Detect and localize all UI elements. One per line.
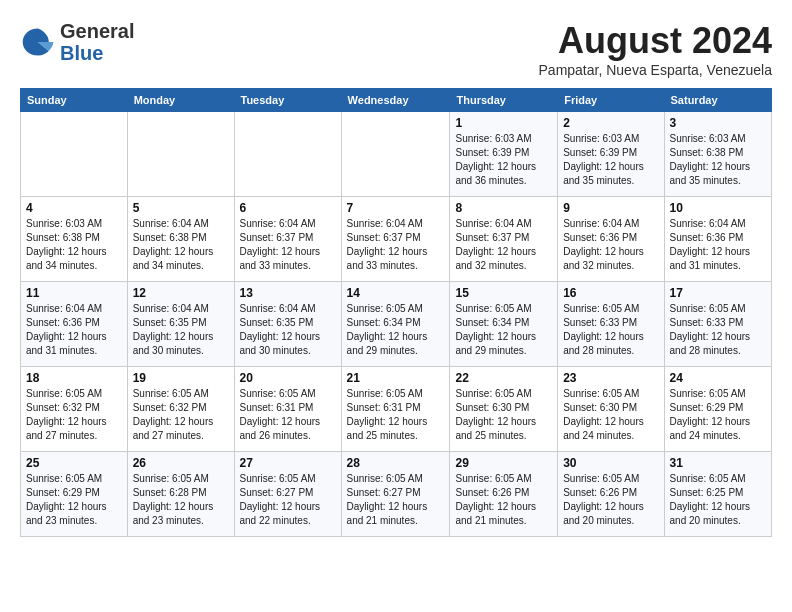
day-number: 7 [347,201,445,215]
day-info: Sunrise: 6:05 AM Sunset: 6:34 PM Dayligh… [455,302,552,358]
day-info: Sunrise: 6:05 AM Sunset: 6:27 PM Dayligh… [240,472,336,528]
calendar-cell: 16Sunrise: 6:05 AM Sunset: 6:33 PM Dayli… [558,282,664,367]
calendar-cell: 30Sunrise: 6:05 AM Sunset: 6:26 PM Dayli… [558,452,664,537]
calendar-week-row: 11Sunrise: 6:04 AM Sunset: 6:36 PM Dayli… [21,282,772,367]
month-title: August 2024 [539,20,772,62]
calendar-cell [234,112,341,197]
day-info: Sunrise: 6:05 AM Sunset: 6:33 PM Dayligh… [563,302,658,358]
weekday-header: Sunday [21,89,128,112]
day-number: 30 [563,456,658,470]
calendar-cell: 2Sunrise: 6:03 AM Sunset: 6:39 PM Daylig… [558,112,664,197]
day-info: Sunrise: 6:04 AM Sunset: 6:36 PM Dayligh… [670,217,766,273]
logo-general: General [60,20,134,42]
day-number: 22 [455,371,552,385]
day-number: 31 [670,456,766,470]
calendar-cell: 13Sunrise: 6:04 AM Sunset: 6:35 PM Dayli… [234,282,341,367]
calendar-cell: 4Sunrise: 6:03 AM Sunset: 6:38 PM Daylig… [21,197,128,282]
day-number: 21 [347,371,445,385]
calendar-cell [127,112,234,197]
calendar-cell: 18Sunrise: 6:05 AM Sunset: 6:32 PM Dayli… [21,367,128,452]
calendar-cell: 24Sunrise: 6:05 AM Sunset: 6:29 PM Dayli… [664,367,771,452]
day-number: 27 [240,456,336,470]
calendar-cell: 22Sunrise: 6:05 AM Sunset: 6:30 PM Dayli… [450,367,558,452]
calendar-cell: 20Sunrise: 6:05 AM Sunset: 6:31 PM Dayli… [234,367,341,452]
day-info: Sunrise: 6:04 AM Sunset: 6:37 PM Dayligh… [455,217,552,273]
day-number: 29 [455,456,552,470]
logo-blue: Blue [60,42,134,64]
day-info: Sunrise: 6:05 AM Sunset: 6:33 PM Dayligh… [670,302,766,358]
weekday-header: Wednesday [341,89,450,112]
day-number: 4 [26,201,122,215]
title-block: August 2024 Pampatar, Nueva Esparta, Ven… [539,20,772,78]
day-info: Sunrise: 6:04 AM Sunset: 6:36 PM Dayligh… [563,217,658,273]
day-info: Sunrise: 6:03 AM Sunset: 6:39 PM Dayligh… [563,132,658,188]
calendar-cell: 19Sunrise: 6:05 AM Sunset: 6:32 PM Dayli… [127,367,234,452]
day-number: 13 [240,286,336,300]
day-info: Sunrise: 6:04 AM Sunset: 6:38 PM Dayligh… [133,217,229,273]
calendar-cell: 11Sunrise: 6:04 AM Sunset: 6:36 PM Dayli… [21,282,128,367]
logo-icon [20,24,56,60]
day-info: Sunrise: 6:05 AM Sunset: 6:26 PM Dayligh… [455,472,552,528]
day-number: 17 [670,286,766,300]
day-number: 14 [347,286,445,300]
calendar-cell: 23Sunrise: 6:05 AM Sunset: 6:30 PM Dayli… [558,367,664,452]
calendar-cell: 28Sunrise: 6:05 AM Sunset: 6:27 PM Dayli… [341,452,450,537]
calendar-cell: 7Sunrise: 6:04 AM Sunset: 6:37 PM Daylig… [341,197,450,282]
calendar-cell: 5Sunrise: 6:04 AM Sunset: 6:38 PM Daylig… [127,197,234,282]
day-info: Sunrise: 6:05 AM Sunset: 6:30 PM Dayligh… [455,387,552,443]
day-info: Sunrise: 6:05 AM Sunset: 6:25 PM Dayligh… [670,472,766,528]
calendar-cell [341,112,450,197]
day-info: Sunrise: 6:03 AM Sunset: 6:38 PM Dayligh… [670,132,766,188]
calendar-cell: 17Sunrise: 6:05 AM Sunset: 6:33 PM Dayli… [664,282,771,367]
day-number: 20 [240,371,336,385]
calendar-week-row: 25Sunrise: 6:05 AM Sunset: 6:29 PM Dayli… [21,452,772,537]
weekday-header: Tuesday [234,89,341,112]
day-number: 9 [563,201,658,215]
calendar-cell: 26Sunrise: 6:05 AM Sunset: 6:28 PM Dayli… [127,452,234,537]
calendar-cell: 14Sunrise: 6:05 AM Sunset: 6:34 PM Dayli… [341,282,450,367]
weekday-header: Saturday [664,89,771,112]
calendar-cell: 9Sunrise: 6:04 AM Sunset: 6:36 PM Daylig… [558,197,664,282]
calendar-cell: 1Sunrise: 6:03 AM Sunset: 6:39 PM Daylig… [450,112,558,197]
day-info: Sunrise: 6:04 AM Sunset: 6:35 PM Dayligh… [240,302,336,358]
calendar-week-row: 4Sunrise: 6:03 AM Sunset: 6:38 PM Daylig… [21,197,772,282]
calendar-week-row: 18Sunrise: 6:05 AM Sunset: 6:32 PM Dayli… [21,367,772,452]
calendar-cell: 27Sunrise: 6:05 AM Sunset: 6:27 PM Dayli… [234,452,341,537]
day-info: Sunrise: 6:05 AM Sunset: 6:30 PM Dayligh… [563,387,658,443]
day-info: Sunrise: 6:05 AM Sunset: 6:26 PM Dayligh… [563,472,658,528]
day-info: Sunrise: 6:05 AM Sunset: 6:27 PM Dayligh… [347,472,445,528]
day-number: 5 [133,201,229,215]
day-number: 16 [563,286,658,300]
day-number: 1 [455,116,552,130]
calendar-cell: 31Sunrise: 6:05 AM Sunset: 6:25 PM Dayli… [664,452,771,537]
calendar-cell: 15Sunrise: 6:05 AM Sunset: 6:34 PM Dayli… [450,282,558,367]
weekday-header-row: SundayMondayTuesdayWednesdayThursdayFrid… [21,89,772,112]
weekday-header: Thursday [450,89,558,112]
day-info: Sunrise: 6:04 AM Sunset: 6:37 PM Dayligh… [240,217,336,273]
calendar-cell: 21Sunrise: 6:05 AM Sunset: 6:31 PM Dayli… [341,367,450,452]
day-number: 11 [26,286,122,300]
day-info: Sunrise: 6:05 AM Sunset: 6:28 PM Dayligh… [133,472,229,528]
day-info: Sunrise: 6:04 AM Sunset: 6:35 PM Dayligh… [133,302,229,358]
day-number: 26 [133,456,229,470]
location: Pampatar, Nueva Esparta, Venezuela [539,62,772,78]
calendar-cell: 8Sunrise: 6:04 AM Sunset: 6:37 PM Daylig… [450,197,558,282]
day-number: 2 [563,116,658,130]
day-number: 23 [563,371,658,385]
logo-text: General Blue [60,20,134,64]
calendar-cell: 25Sunrise: 6:05 AM Sunset: 6:29 PM Dayli… [21,452,128,537]
calendar-cell: 3Sunrise: 6:03 AM Sunset: 6:38 PM Daylig… [664,112,771,197]
calendar-cell [21,112,128,197]
day-number: 18 [26,371,122,385]
page-header: General Blue August 2024 Pampatar, Nueva… [20,20,772,78]
weekday-header: Friday [558,89,664,112]
calendar-table: SundayMondayTuesdayWednesdayThursdayFrid… [20,88,772,537]
calendar-cell: 10Sunrise: 6:04 AM Sunset: 6:36 PM Dayli… [664,197,771,282]
day-number: 12 [133,286,229,300]
calendar-cell: 12Sunrise: 6:04 AM Sunset: 6:35 PM Dayli… [127,282,234,367]
weekday-header: Monday [127,89,234,112]
day-info: Sunrise: 6:03 AM Sunset: 6:38 PM Dayligh… [26,217,122,273]
day-info: Sunrise: 6:04 AM Sunset: 6:36 PM Dayligh… [26,302,122,358]
calendar-week-row: 1Sunrise: 6:03 AM Sunset: 6:39 PM Daylig… [21,112,772,197]
day-number: 10 [670,201,766,215]
